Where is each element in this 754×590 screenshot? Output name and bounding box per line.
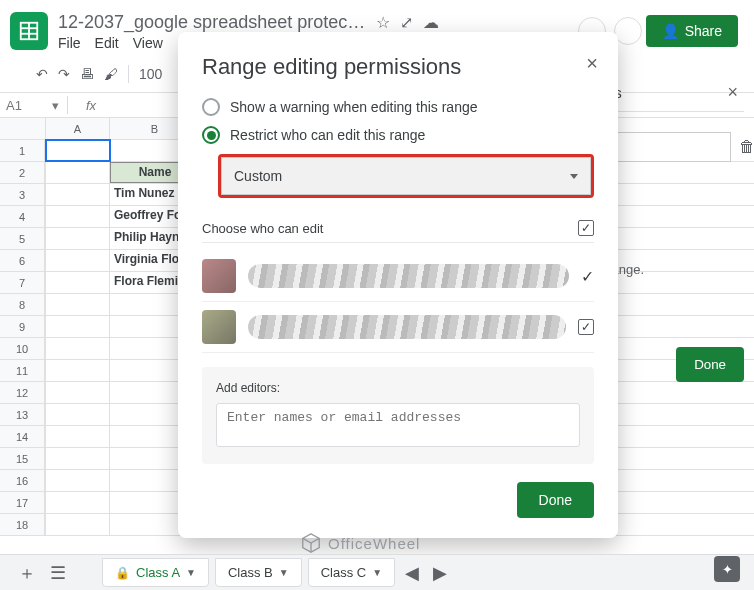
user-name-redacted — [248, 315, 566, 339]
scroll-right-icon[interactable]: ▶ — [429, 558, 451, 588]
chevron-down-icon[interactable]: ▼ — [186, 567, 196, 578]
add-sheet-icon[interactable]: ＋ — [14, 557, 40, 589]
owner-check-icon: ✓ — [581, 267, 594, 286]
tab-label: Class C — [321, 565, 367, 580]
select-all-checkbox[interactable] — [578, 220, 594, 236]
add-editors-input[interactable] — [216, 403, 580, 447]
sheet-tab-class-b[interactable]: Class B ▼ — [215, 558, 302, 587]
user-row: ✓ — [202, 251, 594, 302]
restriction-dropdown[interactable]: Custom — [221, 157, 591, 195]
option-show-warning[interactable]: Show a warning when editing this range — [202, 98, 594, 116]
user-name-redacted — [248, 264, 569, 288]
add-editors-label: Add editors: — [216, 381, 580, 395]
user-checkbox[interactable] — [578, 319, 594, 335]
permissions-dialog: Range editing permissions × Show a warni… — [178, 32, 618, 538]
lock-icon: 🔒 — [115, 566, 130, 580]
sheet-tab-class-a[interactable]: 🔒 Class A ▼ — [102, 558, 209, 587]
chevron-down-icon — [570, 174, 578, 179]
option-restrict[interactable]: Restrict who can edit this range — [202, 126, 594, 144]
dialog-title: Range editing permissions — [202, 54, 594, 80]
dropdown-value: Custom — [234, 168, 282, 184]
avatar — [202, 259, 236, 293]
scroll-left-icon[interactable]: ◀ — [401, 558, 423, 588]
choose-who-label: Choose who can edit — [202, 221, 323, 236]
tab-label: Class B — [228, 565, 273, 580]
tab-label: Class A — [136, 565, 180, 580]
sheet-tab-bar: ＋ ☰ 🔒 Class A ▼ Class B ▼ Class C ▼ ◀ ▶ — [0, 554, 754, 590]
option-label: Show a warning when editing this range — [230, 99, 478, 115]
chevron-down-icon[interactable]: ▼ — [279, 567, 289, 578]
restriction-dropdown-highlight: Custom — [218, 154, 594, 198]
add-editors-box: Add editors: — [202, 367, 594, 464]
done-button[interactable]: Done — [517, 482, 594, 518]
avatar — [202, 310, 236, 344]
sheet-tab-class-c[interactable]: Class C ▼ — [308, 558, 395, 587]
explore-button[interactable]: ✦ — [714, 556, 740, 582]
radio-icon — [202, 98, 220, 116]
radio-checked-icon — [202, 126, 220, 144]
chevron-down-icon[interactable]: ▼ — [372, 567, 382, 578]
all-sheets-icon[interactable]: ☰ — [46, 558, 70, 588]
user-row — [202, 302, 594, 353]
option-label: Restrict who can edit this range — [230, 127, 425, 143]
close-icon[interactable]: × — [586, 52, 598, 75]
